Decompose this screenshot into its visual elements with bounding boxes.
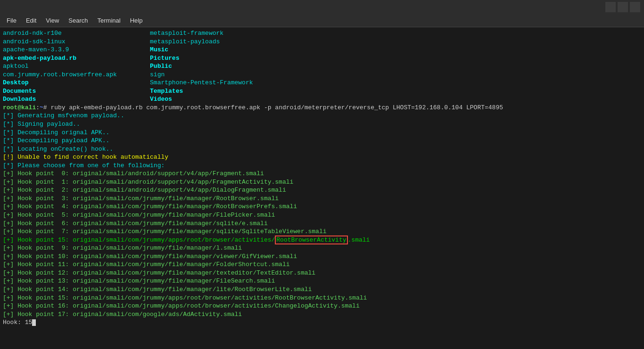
close-button[interactable] [630,2,640,12]
titlebar [0,0,644,14]
output-line-4: [*] Locating onCreate() hook.. [3,145,641,154]
titlebar-controls [605,2,640,12]
output-line-13: [+] Hook point 6: original/smali/com/jru… [3,219,641,228]
output-line-2: [*] Decompiling orignal APK.. [3,129,641,137]
output-line-16: [+] Hook point 9: original/smali/com/jru… [3,244,641,252]
file-listing-row-2: apache-maven-3.3.9 Music [3,46,641,54]
menubar-item-help[interactable]: Help [125,15,148,26]
output-line-7: [+] Hook point 0: original/smali/android… [3,170,641,178]
menubar-item-terminal[interactable]: Terminal [93,15,125,26]
command-line: root@kali:~# ruby apk-embed-payload.rb c… [3,104,641,112]
output-line-20: [+] Hook point 13: original/smali/com/jr… [3,277,641,285]
output-line-10: [+] Hook point 3: original/smali/com/jru… [3,195,641,203]
minimize-button[interactable] [605,2,616,12]
output-line-5: [!] Unable to find correct hook automati… [3,153,641,162]
output-line-6: [*] Please choose from one of the follow… [3,162,641,170]
output-line-19: [+] Hook point 12: original/smali/com/jr… [3,269,641,277]
output-line-1: [*] Signing payload.. [3,120,641,129]
output-line-21: [+] Hook point 14: original/smali/com/jr… [3,285,641,294]
file-listing-row-1: android-sdk-linux metasploit-payloads [3,38,641,46]
file-listing-row-6: Desktop Smartphone-Pentest-Framework [3,79,641,87]
output-line-9: [+] Hook point 2: original/smali/android… [3,186,641,195]
output-line-3: [*] Decompiling payload APK.. [3,137,641,145]
menubar-item-edit[interactable]: Edit [21,15,41,26]
output-line-12: [+] Hook point 5: original/smali/com/jru… [3,211,641,219]
terminal[interactable]: android-ndk-r10e metasploit-frameworkand… [0,27,644,349]
file-listing-row-7: Documents Templates [3,87,641,96]
menubar-item-file[interactable]: File [2,15,21,26]
output-line-11: [+] Hook point 4: original/smali/com/jru… [3,203,641,211]
maximize-button[interactable] [618,2,628,12]
output-line-17: [+] Hook point 10: original/smali/com/jr… [3,252,641,261]
file-listing-row-8: Downloads Videos [3,95,641,104]
menubar: FileEditViewSearchTerminalHelp [0,14,644,27]
file-listing-row-3: apk-embed-payload.rb Pictures [3,54,641,63]
output-line-22: [+] Hook point 15: original/smali/com/jr… [3,294,641,302]
file-listing-row-0: android-ndk-r10e metasploit-framework [3,29,641,38]
file-listing-row-5: com.jrummy.root.browserfree.apk sign [3,71,641,79]
menubar-item-view[interactable]: View [41,15,64,26]
file-listing-row-4: apktool Public [3,62,641,71]
hook-prompt-line[interactable]: Hook: 15 [3,318,641,327]
menubar-item-search[interactable]: Search [64,15,92,26]
output-line-18: [+] Hook point 11: original/smali/com/jr… [3,260,641,269]
output-line-0: [*] Generating msfvenom payload.. [3,112,641,120]
output-line-8: [+] Hook point 1: original/smali/android… [3,178,641,187]
output-line-23: [+] Hook point 16: original/smali/com/jr… [3,302,641,310]
output-line-14: [+] Hook point 7: original/smali/com/jru… [3,227,641,236]
output-line-15: [+] Hook point 15: original/smali/com/jr… [3,236,641,244]
terminal-cursor [32,319,36,326]
output-line-24: [+] Hook point 17: original/smali/com/go… [3,310,641,319]
